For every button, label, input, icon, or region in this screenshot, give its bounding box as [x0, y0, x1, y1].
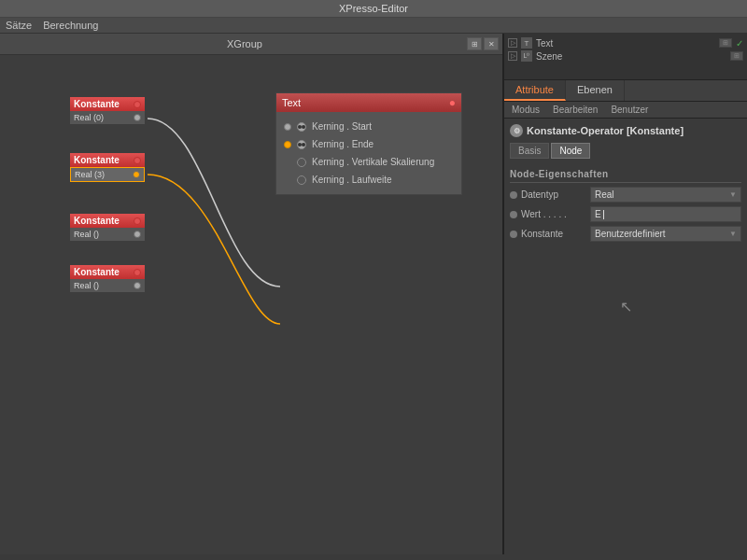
app-title: XPresso-Editor: [339, 3, 408, 14]
prop-label-datentyp: Datentyp: [521, 189, 586, 200]
prop-label-wert: Wert . . . . .: [521, 209, 586, 219]
xpresso-header: XGroup ⊞ ✕: [0, 34, 502, 55]
node-port-in-3[interactable]: [134, 231, 141, 238]
xpresso-close-icon[interactable]: ✕: [484, 37, 499, 50]
text-node-port-2[interactable]: [284, 141, 291, 148]
prop-dropdown-datentyp[interactable]: Real ▼: [590, 187, 741, 203]
mini-expand-text[interactable]: ▷: [508, 38, 517, 48]
attr-tool-benutzer[interactable]: Benutzer: [607, 104, 652, 116]
node-port-out-1[interactable]: [134, 101, 141, 108]
prop-dot-datentyp: [510, 191, 517, 199]
xpresso-title: XGroup: [22, 38, 467, 49]
xpresso-icons: ⊞ ✕: [467, 37, 499, 50]
node-title-1: Konstante: [74, 99, 120, 109]
cursor-icon: [603, 210, 604, 219]
mini-icon-szene: L⁰: [521, 50, 532, 62]
mini-row-szene: ▷ L⁰ Szene ⊞: [508, 50, 743, 62]
text-node-radio-2[interactable]: [297, 140, 306, 149]
sub-tab-node[interactable]: Node: [551, 143, 590, 159]
mini-label-szene: Szene: [536, 51, 562, 62]
section-header: Node-Eigenschaften: [510, 166, 741, 183]
dropdown-arrow-konstante: ▼: [729, 230, 737, 238]
text-node-label-3: Kerning . Vertikale Skalierung: [312, 157, 434, 167]
sub-tabs: Basis Node: [510, 143, 741, 159]
node-port-in-1[interactable]: [134, 114, 141, 121]
text-node-header: Text ●: [276, 93, 461, 112]
attr-tool-modus[interactable]: Modus: [508, 104, 543, 116]
attr-content: ⚙ Konstante-Operator [Konstante] Basis N…: [504, 119, 747, 554]
node-konstante-2[interactable]: Konstante Real (3): [70, 153, 145, 182]
prop-row-datentyp: Datentyp Real ▼: [510, 187, 741, 203]
text-node-radio-1[interactable]: [297, 122, 306, 132]
text-node-body: Kerning . Start Kerning . Ende Kerning .…: [276, 112, 461, 194]
node-value-1: Real (0): [74, 113, 104, 122]
prop-input-wert[interactable]: E: [590, 206, 741, 222]
text-node[interactable]: Text ● Kerning . Start Kerning . Ende: [275, 92, 462, 195]
sub-tab-basis[interactable]: Basis: [510, 143, 549, 159]
tab-attribute[interactable]: Attribute: [504, 80, 566, 101]
tab-ebenen[interactable]: Ebenen: [566, 80, 625, 101]
node-port-out-4[interactable]: [134, 269, 141, 276]
menu-berechnung[interactable]: Berechnung: [43, 20, 98, 31]
text-node-radio-4[interactable]: [297, 175, 306, 185]
mini-expand-szene[interactable]: ▷: [508, 51, 517, 61]
text-node-title: Text: [282, 97, 301, 108]
node-header-3: Konstante: [70, 214, 145, 228]
mini-icon-text: T: [521, 37, 532, 49]
cursor-area: ↖: [510, 298, 741, 315]
menu-saetze[interactable]: Sätze: [6, 20, 32, 31]
prop-row-wert: Wert . . . . . E: [510, 206, 741, 222]
attr-tool-bearbeiten[interactable]: Bearbeiten: [549, 104, 601, 116]
node-konstante-3[interactable]: Konstante Real (): [70, 214, 145, 241]
attr-title-text: Konstante-Operator [Konstante]: [527, 125, 684, 136]
prop-dropdown-datentyp-value: Real: [595, 189, 614, 200]
text-node-row-3: Kerning . Vertikale Skalierung: [276, 153, 461, 171]
text-node-label-1: Kerning . Start: [312, 121, 372, 132]
node-value-3: Real (): [74, 230, 99, 239]
attr-toolbar: Modus Bearbeiten Benutzer: [504, 102, 747, 119]
title-bar: XPresso-Editor: [0, 0, 747, 18]
node-port-in-4[interactable]: [134, 282, 141, 289]
mini-check-text: ✓: [736, 38, 743, 49]
prop-input-wert-value: E: [595, 209, 601, 219]
mini-grid-icon-szene: ⊞: [730, 51, 743, 61]
canvas-area[interactable]: Konstante Real (0) Konstante Real (3): [0, 55, 502, 554]
text-node-label-2: Kerning . Ende: [312, 139, 374, 149]
node-header-2: Konstante: [70, 153, 145, 167]
text-node-label-4: Kerning . Laufweite: [312, 175, 392, 185]
main-layout: XGroup ⊞ ✕ Konstante Real (0): [0, 34, 747, 554]
prop-dot-wert: [510, 211, 517, 218]
text-node-port-1[interactable]: [284, 123, 291, 131]
node-header-1: Konstante: [70, 97, 145, 111]
node-body-4: Real (): [70, 279, 145, 292]
node-title-3: Konstante: [74, 216, 120, 226]
menu-bar: Sätze Berechnung: [0, 18, 747, 34]
node-port-out-3[interactable]: [134, 217, 141, 225]
tab-bar: Attribute Ebenen: [504, 80, 747, 102]
prop-dropdown-konstante[interactable]: Benutzerdefiniert ▼: [590, 226, 741, 242]
node-title-2: Konstante: [74, 155, 120, 165]
right-panel: ▷ T Text ⊞ ✓ ▷ L⁰ Szene ⊞ Attribute Eben…: [504, 34, 747, 554]
text-node-row-2: Kerning . Ende: [276, 135, 461, 153]
node-port-in-2[interactable]: [133, 171, 140, 178]
node-konstante-1[interactable]: Konstante Real (0): [70, 97, 145, 124]
node-header-4: Konstante: [70, 265, 145, 279]
node-value-2: Real (3): [75, 170, 105, 179]
node-port-out-2[interactable]: [134, 157, 141, 164]
mini-grid-icon-text: ⊞: [719, 38, 732, 48]
text-node-row-1: Kerning . Start: [276, 118, 461, 135]
text-node-radio-3[interactable]: [297, 158, 306, 167]
prop-row-konstante: Konstante Benutzerdefiniert ▼: [510, 226, 741, 242]
xpresso-grid-icon[interactable]: ⊞: [467, 37, 482, 50]
mini-label-text: Text: [536, 38, 553, 49]
xpresso-panel: XGroup ⊞ ✕ Konstante Real (0): [0, 34, 504, 554]
mini-row-text: ▷ T Text ⊞ ✓: [508, 37, 743, 49]
prop-label-konstante: Konstante: [521, 229, 586, 239]
node-body-1: Real (0): [70, 111, 145, 124]
node-body-3: Real (): [70, 228, 145, 241]
node-value-4: Real (): [74, 281, 99, 290]
node-title-4: Konstante: [74, 267, 120, 277]
text-node-close-icon[interactable]: ●: [449, 96, 456, 109]
node-konstante-4[interactable]: Konstante Real (): [70, 265, 145, 292]
dropdown-arrow-datentyp: ▼: [729, 190, 737, 199]
